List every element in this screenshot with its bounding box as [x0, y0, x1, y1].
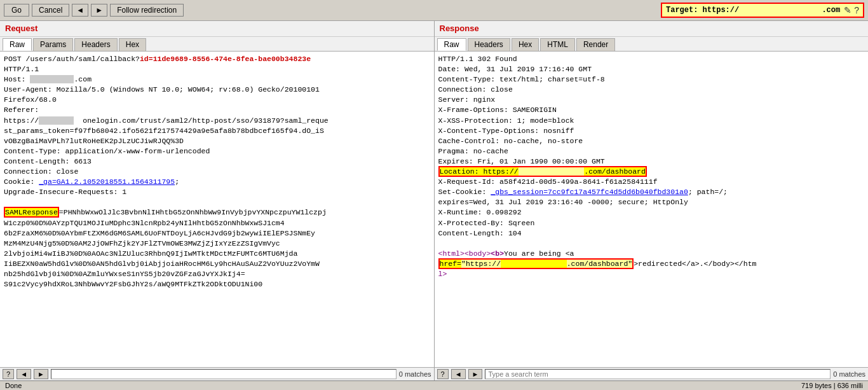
response-footer-next[interactable]: ► — [468, 369, 483, 379]
edit-icon[interactable]: ✎ — [844, 5, 851, 15]
response-tab-render[interactable]: Render — [576, 38, 615, 51]
request-tabs: Raw Params Headers Hex — [0, 37, 434, 52]
cancel-button[interactable]: Cancel — [32, 4, 69, 17]
target-box: Target: https:// .com ✎ ? — [661, 3, 864, 18]
status-bytes: 719 bytes | 636 milli — [801, 382, 863, 389]
request-content[interactable]: POST /users/auth/saml/callback?id=11de96… — [0, 52, 434, 367]
request-footer-prev[interactable]: ◄ — [17, 369, 31, 379]
request-matches-count: 0 matches — [399, 370, 431, 378]
status-bar: Done 719 bytes | 636 milli — [0, 380, 868, 390]
nav-prev-button[interactable]: ◄ — [72, 4, 88, 17]
request-footer: ? ◄ ► 0 matches — [0, 367, 434, 380]
help-icon[interactable]: ? — [854, 5, 859, 15]
response-tab-raw[interactable]: Raw — [437, 38, 466, 51]
request-footer-next[interactable]: ► — [34, 369, 48, 379]
response-tab-html[interactable]: HTML — [540, 38, 575, 51]
target-value — [739, 6, 822, 15]
request-panel-header: Request — [0, 21, 434, 37]
response-footer-question[interactable]: ? — [437, 369, 449, 379]
target-icons: ✎ ? — [844, 5, 859, 15]
request-panel-title: Request — [5, 24, 37, 33]
request-tab-hex[interactable]: Hex — [119, 38, 146, 51]
request-tab-raw[interactable]: Raw — [3, 38, 32, 51]
status-done: Done — [5, 382, 22, 389]
response-tabs: Raw Headers Hex HTML Render — [435, 37, 869, 52]
response-content[interactable]: HTTP/1.1 302 Found Date: Wed, 31 Jul 201… — [435, 52, 869, 367]
response-tab-headers[interactable]: Headers — [468, 38, 510, 51]
request-panel: Request Raw Params Headers Hex POST /use… — [0, 21, 435, 380]
response-panel: Response Raw Headers Hex HTML Render HTT… — [435, 21, 869, 380]
request-search-input[interactable] — [51, 369, 397, 379]
response-panel-title: Response — [440, 24, 479, 33]
request-footer-question[interactable]: ? — [3, 369, 14, 379]
response-tab-hex[interactable]: Hex — [512, 38, 539, 51]
response-search-input[interactable] — [485, 369, 831, 379]
toolbar: Go Cancel ◄ ► Follow redirection Target:… — [0, 0, 868, 21]
response-matches-count: 0 matches — [833, 370, 865, 378]
response-body: HTTP/1.1 302 Found Date: Wed, 31 Jul 201… — [438, 55, 757, 278]
target-label: Target: https:// — [666, 6, 739, 15]
request-tab-params[interactable]: Params — [33, 38, 73, 51]
go-button[interactable]: Go — [4, 4, 29, 17]
request-tab-headers[interactable]: Headers — [74, 38, 117, 51]
response-panel-header: Response — [435, 21, 869, 37]
request-method: POST /users/auth/saml/callback?id=11de96… — [4, 55, 329, 288]
nav-next-button[interactable]: ► — [91, 4, 107, 17]
target-suffix: .com — [822, 6, 840, 15]
main-area: Request Raw Params Headers Hex POST /use… — [0, 21, 868, 380]
follow-redirect-button[interactable]: Follow redirection — [110, 4, 184, 17]
response-footer-prev[interactable]: ◄ — [451, 369, 466, 379]
response-footer: ? ◄ ► 0 matches — [435, 367, 869, 380]
